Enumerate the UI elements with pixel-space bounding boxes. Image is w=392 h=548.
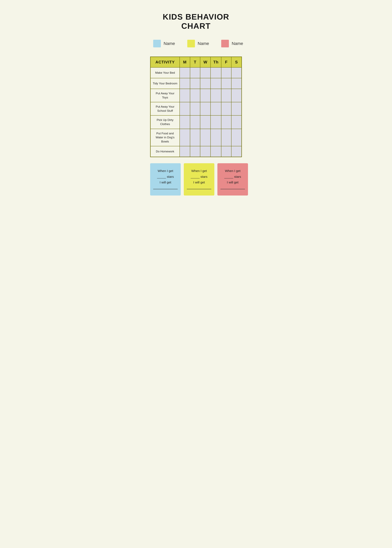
day-cell-r4-d0 [180, 115, 190, 129]
day-cell-r3-d0 [180, 102, 190, 115]
activity-cell-1: Tidy Your Bedroom [150, 78, 180, 89]
day-cell-r0-d4 [221, 67, 231, 78]
reward-card-blue: When I get _____ stars I will get [150, 163, 181, 195]
day-cell-r0-d0 [180, 67, 190, 78]
legend-color-pink [221, 40, 229, 47]
day-cell-r6-d3 [210, 146, 221, 157]
activity-cell-4: Pick Up Dirty Clothes [150, 115, 180, 129]
day-cell-r5-d1 [190, 129, 200, 146]
legend-label-blue: Name [164, 41, 175, 46]
day-cell-r5-d4 [221, 129, 231, 146]
table-row: Put Away Your School Stuff [150, 102, 242, 115]
table-row: Put Food and Water in Dog's Bowls [150, 129, 242, 146]
day-cell-r1-d5 [231, 78, 242, 89]
legend-label-yellow: Name [198, 41, 209, 46]
day-cell-r2-d0 [180, 89, 190, 102]
day-cell-r3-d4 [221, 102, 231, 115]
activity-cell-3: Put Away Your School Stuff [150, 102, 180, 115]
header-thu: Th [210, 57, 221, 68]
day-cell-r1-d3 [210, 78, 221, 89]
day-cell-r1-d4 [221, 78, 231, 89]
day-cell-r5-d0 [180, 129, 190, 146]
reward-blue-line1: When I get [153, 168, 178, 174]
table-row: Make Your Bed [150, 67, 242, 78]
page-title: KIDS BEHAVIOR CHART [150, 12, 242, 31]
day-cell-r1-d2 [200, 78, 210, 89]
table-row: Pick Up Dirty Clothes [150, 115, 242, 129]
legend-item-blue: Name [153, 40, 175, 47]
header-sat: S [231, 57, 242, 68]
table-row: Do Homework [150, 146, 242, 157]
day-cell-r4-d1 [190, 115, 200, 129]
day-cell-r1-d0 [180, 78, 190, 89]
table-row: Tidy Your Bedroom [150, 78, 242, 89]
header-wed: W [200, 57, 210, 68]
day-cell-r3-d5 [231, 102, 242, 115]
day-cell-r5-d3 [210, 129, 221, 146]
day-cell-r2-d1 [190, 89, 200, 102]
table-header-row: ACTIVITY M T W Th F S [150, 57, 242, 68]
reward-row: When I get _____ stars I will get When I… [150, 163, 242, 195]
day-cell-r2-d4 [221, 89, 231, 102]
day-cell-r6-d5 [231, 146, 242, 157]
day-cell-r4-d2 [200, 115, 210, 129]
header-fri: F [221, 57, 231, 68]
day-cell-r6-d1 [190, 146, 200, 157]
legend-item-yellow: Name [187, 40, 209, 47]
day-cell-r6-d4 [221, 146, 231, 157]
day-cell-r0-d3 [210, 67, 221, 78]
day-cell-r3-d1 [190, 102, 200, 115]
day-cell-r4-d4 [221, 115, 231, 129]
activity-cell-2: Put Away Your Toys [150, 89, 180, 102]
reward-card-pink: When I get _____ stars I will get [217, 163, 248, 195]
day-cell-r0-d1 [190, 67, 200, 78]
day-cell-r3-d2 [200, 102, 210, 115]
reward-pink-line3: I will get [220, 180, 245, 185]
day-cell-r0-d5 [231, 67, 242, 78]
day-cell-r3-d3 [210, 102, 221, 115]
behavior-table: ACTIVITY M T W Th F S Make Your BedTidy … [150, 56, 242, 157]
day-cell-r6-d2 [200, 146, 210, 157]
day-cell-r1-d1 [190, 78, 200, 89]
activity-cell-0: Make Your Bed [150, 67, 180, 78]
day-cell-r5-d5 [231, 129, 242, 146]
reward-yellow-underline [187, 189, 211, 189]
reward-blue-underline [153, 189, 178, 189]
reward-blue-line2: _____ stars [153, 174, 178, 180]
reward-pink-line2: _____ stars [220, 174, 245, 180]
reward-pink-underline [220, 189, 245, 189]
day-cell-r5-d2 [200, 129, 210, 146]
legend-color-blue [153, 40, 161, 47]
day-cell-r2-d5 [231, 89, 242, 102]
legend-item-pink: Name [221, 40, 243, 47]
header-activity: ACTIVITY [150, 57, 180, 68]
reward-yellow-line1: When I get [187, 168, 211, 174]
day-cell-r2-d3 [210, 89, 221, 102]
day-cell-r6-d0 [180, 146, 190, 157]
reward-blue-line3: I will get [153, 180, 178, 185]
header-mon: M [180, 57, 190, 68]
header-tue: T [190, 57, 200, 68]
activity-cell-5: Put Food and Water in Dog's Bowls [150, 129, 180, 146]
table-row: Put Away Your Toys [150, 89, 242, 102]
reward-pink-line1: When I get [220, 168, 245, 174]
legend-label-pink: Name [232, 41, 243, 46]
legend-row: Name Name Name [150, 40, 242, 47]
day-cell-r4-d3 [210, 115, 221, 129]
day-cell-r4-d5 [231, 115, 242, 129]
day-cell-r2-d2 [200, 89, 210, 102]
reward-yellow-line2: _____ stars [187, 174, 211, 180]
activity-cell-6: Do Homework [150, 146, 180, 157]
day-cell-r0-d2 [200, 67, 210, 78]
legend-color-yellow [187, 40, 195, 47]
reward-yellow-line3: I will get [187, 180, 211, 185]
page-container: KIDS BEHAVIOR CHART Name Name Name ACTIV… [141, 3, 251, 203]
reward-card-yellow: When I get _____ stars I will get [184, 163, 214, 195]
